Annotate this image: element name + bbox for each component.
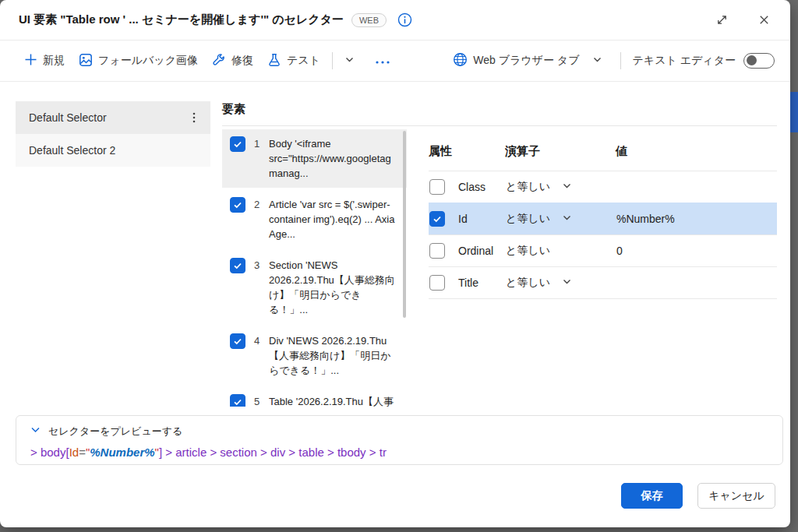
- operator-value: と等しい: [506, 276, 550, 290]
- toolbar: 新規 フォールバック画像 修復 テスト Web ブラウザー タブ: [0, 41, 790, 82]
- element-number: 1: [254, 136, 260, 151]
- operator-value: と等しい: [506, 212, 550, 226]
- element-number: 3: [254, 258, 260, 273]
- selector-token: >: [162, 446, 175, 459]
- attribute-name: Id: [451, 213, 506, 225]
- cancel-button[interactable]: キャンセル: [697, 483, 775, 509]
- chevron-down-icon[interactable]: [562, 181, 572, 193]
- selector-token: >: [285, 446, 298, 459]
- attribute-table-header: 属性 演算子 値: [429, 139, 777, 171]
- dialog-title: UI 要素 "Table row ' ... セミナーを開催します'" のセレク…: [19, 12, 344, 27]
- flask-icon: [267, 53, 281, 69]
- plus-icon: [24, 53, 37, 69]
- column-value: 値: [616, 144, 777, 159]
- selector-token: body: [41, 446, 66, 459]
- selector-token: article: [175, 446, 207, 459]
- operator-value: と等しい: [506, 180, 550, 194]
- element-number: 4: [254, 333, 260, 348]
- save-button[interactable]: 保存: [621, 483, 683, 509]
- new-selector-button[interactable]: 新規: [17, 48, 72, 73]
- element-text: Body '<iframe src="https://www.googletag…: [269, 136, 396, 181]
- checkbox-checked[interactable]: [230, 394, 245, 407]
- chevron-down-icon[interactable]: [562, 213, 572, 225]
- checkbox-unchecked[interactable]: [429, 179, 445, 195]
- selector-token: >: [257, 446, 270, 459]
- preview-toggle-label: セレクターをプレビューする: [48, 425, 182, 439]
- element-item-5[interactable]: 5 Table '2026.2.19.Thu【人事総務向け】「明日からできる！」…: [222, 387, 407, 407]
- web-badge: WEB: [351, 13, 387, 27]
- checkbox-unchecked[interactable]: [429, 243, 445, 259]
- elements-header: 要素: [222, 102, 245, 117]
- checkbox-checked[interactable]: [230, 258, 245, 273]
- elements-header-rule: [222, 125, 777, 126]
- selector-token: =: [79, 446, 86, 459]
- attribute-value[interactable]: 0: [616, 245, 777, 257]
- checkbox-checked[interactable]: [429, 211, 445, 227]
- content-area: Default Selector Default Selector 2 要素 1…: [0, 82, 790, 527]
- chevron-down-icon[interactable]: [562, 277, 572, 289]
- selector-item-label: Default Selector 2: [29, 144, 204, 157]
- selector-token: >: [207, 446, 220, 459]
- preview-toggle[interactable]: セレクターをプレビューする: [30, 425, 768, 439]
- element-text: Div 'NEWS 2026.2.19.Thu【人事総務向け】「明日からできる！…: [269, 333, 396, 378]
- selector-preview-panel: セレクターをプレビューする > body[Id="%Number%"] > ar…: [16, 415, 783, 465]
- selector-token: tr: [380, 446, 387, 459]
- checkbox-checked[interactable]: [230, 136, 245, 152]
- wrench-icon: [212, 53, 226, 69]
- attribute-value[interactable]: %Number%: [616, 213, 777, 225]
- selector-item-default[interactable]: Default Selector: [16, 101, 210, 134]
- test-button[interactable]: テスト: [260, 48, 327, 74]
- column-operator: 演算子: [505, 144, 616, 159]
- element-text: Article 'var src = $('.swiper-container …: [269, 197, 396, 241]
- operator-value: と等しい: [506, 244, 550, 258]
- attribute-row-ordinal[interactable]: Ordinal と等しい 0: [429, 234, 777, 267]
- column-attribute: 属性: [429, 144, 505, 159]
- element-text: Table '2026.2.19.Thu【人事総務向け】「明日からできる！」..…: [269, 394, 396, 407]
- checkbox-checked[interactable]: [230, 333, 245, 349]
- attribute-row-title[interactable]: Title と等しい: [429, 266, 777, 299]
- selector-token: >: [366, 446, 380, 459]
- background-window-accent: [790, 92, 798, 132]
- fallback-image-button[interactable]: フォールバック画像: [72, 48, 205, 74]
- more-options-button[interactable]: [368, 50, 397, 72]
- element-item-2[interactable]: 2 Article 'var src = $('.swiper-containe…: [222, 190, 407, 248]
- toolbar-right-group: Web ブラウザー タブ テキスト エディター: [446, 48, 775, 74]
- selector-token: >: [30, 446, 41, 459]
- globe-icon: [453, 52, 468, 69]
- new-selector-label: 新規: [43, 54, 65, 68]
- attribute-name: Ordinal: [451, 245, 506, 257]
- selector-token: div: [270, 446, 285, 459]
- close-icon[interactable]: [751, 8, 776, 33]
- selector-item-label: Default Selector: [29, 111, 184, 124]
- selector-token: table: [298, 446, 324, 459]
- chevron-down-icon: [344, 55, 355, 67]
- attribute-name: Class: [451, 181, 506, 193]
- kebab-menu-icon[interactable]: [184, 107, 204, 128]
- test-dropdown-chevron[interactable]: [337, 50, 362, 72]
- repair-button[interactable]: 修復: [205, 48, 260, 74]
- expand-icon[interactable]: [709, 8, 734, 33]
- checkbox-unchecked[interactable]: [429, 275, 445, 291]
- element-item-1[interactable]: 1 Body '<iframe src="https://www.googlet…: [222, 129, 407, 188]
- selector-list: Default Selector Default Selector 2: [16, 101, 210, 167]
- selector-token: section: [220, 446, 257, 459]
- selector-item-default-2[interactable]: Default Selector 2: [16, 134, 210, 167]
- info-icon[interactable]: [397, 12, 412, 27]
- attribute-name: Title: [451, 277, 506, 289]
- image-icon: [79, 53, 93, 69]
- attribute-row-class[interactable]: Class と等しい: [429, 171, 777, 203]
- vertical-scrollbar[interactable]: [403, 131, 406, 318]
- attribute-table: 属性 演算子 値 Class と等しい Id と等しい %Number% Ord…: [429, 139, 777, 299]
- attribute-row-id[interactable]: Id と等しい %Number%: [429, 203, 777, 235]
- toolbar-divider: [332, 52, 333, 69]
- checkbox-checked[interactable]: [230, 197, 245, 213]
- test-label: テスト: [287, 54, 320, 68]
- element-item-3[interactable]: 3 Section 'NEWS 2026.2.19.Thu【人事総務向け】「明日…: [222, 251, 407, 324]
- text-editor-label: テキスト エディター: [632, 54, 736, 68]
- element-text: Section 'NEWS 2026.2.19.Thu【人事総務向け】「明日から…: [269, 258, 396, 317]
- toolbar-divider: [620, 52, 621, 69]
- element-item-4[interactable]: 4 Div 'NEWS 2026.2.19.Thu【人事総務向け】「明日からでき…: [222, 326, 407, 385]
- element-number: 2: [254, 197, 260, 212]
- browser-tab-dropdown[interactable]: Web ブラウザー タブ: [446, 48, 609, 74]
- text-editor-toggle[interactable]: [743, 53, 775, 69]
